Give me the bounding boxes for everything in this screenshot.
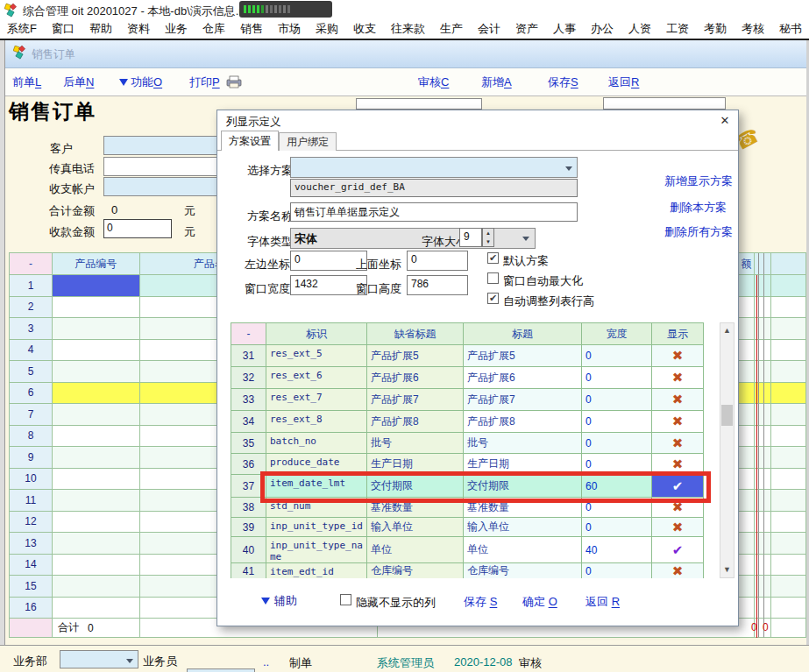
narrow-cell[interactable] bbox=[764, 361, 771, 383]
tab-plan-settings[interactable]: 方案设置 bbox=[221, 131, 279, 151]
width-cell[interactable]: 0 bbox=[582, 518, 652, 537]
trailing-cell[interactable] bbox=[771, 447, 806, 469]
def-row-number-cell[interactable]: 35 bbox=[231, 433, 266, 454]
partial-field-top-right[interactable] bbox=[603, 97, 726, 110]
title-cell[interactable]: 产品扩展6 bbox=[464, 367, 582, 389]
title-cell[interactable]: 产品扩展8 bbox=[464, 411, 582, 433]
narrow-cell[interactable] bbox=[764, 512, 771, 534]
show-x-cell[interactable]: ✖ bbox=[652, 563, 704, 578]
row-number-cell[interactable]: 13 bbox=[10, 533, 53, 555]
title-cell[interactable]: 批号 bbox=[464, 433, 582, 454]
width-cell[interactable]: 0 bbox=[582, 433, 652, 454]
narrow-cell[interactable] bbox=[764, 555, 771, 577]
customer-input[interactable] bbox=[103, 136, 217, 155]
menu-item-系统F[interactable]: 系统F bbox=[7, 21, 37, 37]
menu-item-人事[interactable]: 人事 bbox=[553, 21, 576, 37]
row-number-cell[interactable]: 6 bbox=[10, 383, 53, 405]
more-dots-button[interactable]: .. bbox=[263, 655, 269, 668]
width-cell[interactable]: 0 bbox=[582, 345, 652, 367]
top-coord-input[interactable]: 0 bbox=[407, 251, 468, 271]
default-title-cell[interactable]: 产品扩展7 bbox=[367, 389, 464, 411]
row-number-cell[interactable]: 3 bbox=[10, 318, 53, 340]
product-no-cell[interactable] bbox=[53, 490, 140, 512]
title-cell[interactable]: 输入单位 bbox=[464, 518, 582, 537]
prev-button[interactable]: 前单L bbox=[12, 74, 41, 90]
width-cell[interactable]: 0 bbox=[582, 411, 652, 433]
product-no-cell[interactable] bbox=[53, 447, 140, 469]
narrow-cell[interactable] bbox=[764, 469, 771, 491]
save-button[interactable]: 保存S bbox=[548, 74, 578, 90]
row-number-cell[interactable]: 10 bbox=[10, 469, 53, 491]
narrow-cell[interactable] bbox=[764, 340, 771, 362]
function-button[interactable]: 功能O bbox=[119, 74, 162, 90]
close-icon[interactable]: ✕ bbox=[717, 114, 733, 128]
title-cell[interactable]: 产品扩展7 bbox=[464, 389, 582, 411]
def-row-number-cell[interactable]: 40 bbox=[231, 537, 266, 563]
field-id-cell[interactable]: res_ext_8 bbox=[266, 411, 367, 433]
window-height-input[interactable]: 786 bbox=[407, 275, 468, 295]
trailing-cell[interactable] bbox=[771, 404, 806, 426]
product-no-cell[interactable] bbox=[53, 469, 140, 491]
product-no-cell[interactable] bbox=[53, 426, 140, 448]
title-cell[interactable]: 产品扩展5 bbox=[464, 345, 582, 367]
add-button[interactable]: 新增A bbox=[481, 74, 512, 90]
salesman-select[interactable] bbox=[187, 668, 255, 672]
def-row-number-cell[interactable]: 41 bbox=[231, 563, 266, 578]
trailing-cell[interactable] bbox=[771, 361, 806, 383]
scroll-down-icon[interactable]: ▼ bbox=[720, 562, 734, 577]
field-id-cell[interactable]: inp_unit_type_id bbox=[266, 518, 367, 537]
def-row-number-cell[interactable]: 34 bbox=[231, 411, 266, 433]
field-id-cell[interactable]: res_ext_5 bbox=[266, 345, 367, 367]
product-no-cell[interactable] bbox=[53, 340, 140, 362]
print-button[interactable]: 打印P bbox=[189, 74, 220, 90]
row-number-cell[interactable]: 7 bbox=[10, 404, 53, 426]
font-size-input[interactable]: 9 bbox=[459, 228, 482, 247]
trailing-cell[interactable] bbox=[771, 555, 806, 577]
menu-item-仓库[interactable]: 仓库 bbox=[202, 21, 225, 37]
menu-item-窗口[interactable]: 窗口 bbox=[52, 21, 75, 37]
next-button[interactable]: 后单N bbox=[63, 74, 94, 90]
trailing-cell[interactable] bbox=[771, 426, 806, 448]
trailing-cell[interactable] bbox=[771, 598, 806, 619]
menu-item-往来款[interactable]: 往来款 bbox=[391, 21, 425, 37]
printer-icon[interactable] bbox=[226, 75, 242, 91]
narrow-cell[interactable] bbox=[764, 318, 771, 340]
dialog-back-button[interactable]: 返回 R bbox=[585, 594, 620, 610]
show-x-cell[interactable]: ✖ bbox=[652, 433, 704, 454]
field-id-cell[interactable]: item_edt_id bbox=[266, 563, 367, 578]
account-input[interactable] bbox=[103, 177, 217, 196]
default-title-cell[interactable]: 批号 bbox=[367, 433, 464, 454]
menu-item-采购[interactable]: 采购 bbox=[316, 21, 338, 37]
delete-all-plans-link[interactable]: 删除所有方案 bbox=[664, 224, 733, 240]
field-id-cell[interactable]: res_ext_6 bbox=[266, 367, 367, 389]
scroll-up-icon[interactable]: ▲ bbox=[720, 323, 734, 338]
audit-button[interactable]: 审核C bbox=[418, 74, 449, 90]
def-row-number-cell[interactable]: 32 bbox=[231, 367, 266, 389]
default-title-cell[interactable]: 单位 bbox=[367, 537, 464, 563]
menu-item-会计[interactable]: 会计 bbox=[478, 21, 500, 37]
received-amount-input[interactable]: 0 bbox=[103, 219, 172, 238]
trailing-cell[interactable] bbox=[771, 275, 806, 297]
trailing-cell[interactable] bbox=[771, 318, 806, 340]
narrow-cell[interactable] bbox=[764, 533, 771, 555]
menu-item-资料[interactable]: 资料 bbox=[127, 21, 150, 37]
product-no-cell[interactable] bbox=[53, 404, 140, 426]
menu-item-人资[interactable]: 人资 bbox=[628, 21, 651, 37]
menu-item-工资[interactable]: 工资 bbox=[666, 21, 689, 37]
default-title-cell[interactable]: 产品扩展6 bbox=[367, 367, 464, 389]
row-number-cell[interactable]: 15 bbox=[10, 576, 53, 598]
product-no-cell[interactable] bbox=[53, 297, 140, 319]
add-plan-link[interactable]: 新增显示方案 bbox=[664, 173, 733, 189]
menu-item-秘书[interactable]: 秘书 bbox=[779, 21, 802, 37]
row-number-cell[interactable]: 1 bbox=[10, 275, 53, 297]
product-no-cell[interactable] bbox=[53, 361, 140, 383]
field-id-cell[interactable]: res_ext_7 bbox=[266, 389, 367, 411]
font-size-spinner[interactable]: ▲▼ bbox=[482, 228, 494, 247]
def-row-number-cell[interactable]: 33 bbox=[231, 389, 266, 411]
hide-columns-checkbox[interactable] bbox=[340, 594, 351, 605]
title-cell[interactable]: 单位 bbox=[464, 537, 582, 563]
fax-input[interactable] bbox=[103, 157, 217, 176]
trailing-cell[interactable] bbox=[771, 512, 806, 534]
default-title-cell[interactable]: 产品扩展5 bbox=[367, 345, 464, 367]
width-cell[interactable]: 0 bbox=[582, 389, 652, 411]
